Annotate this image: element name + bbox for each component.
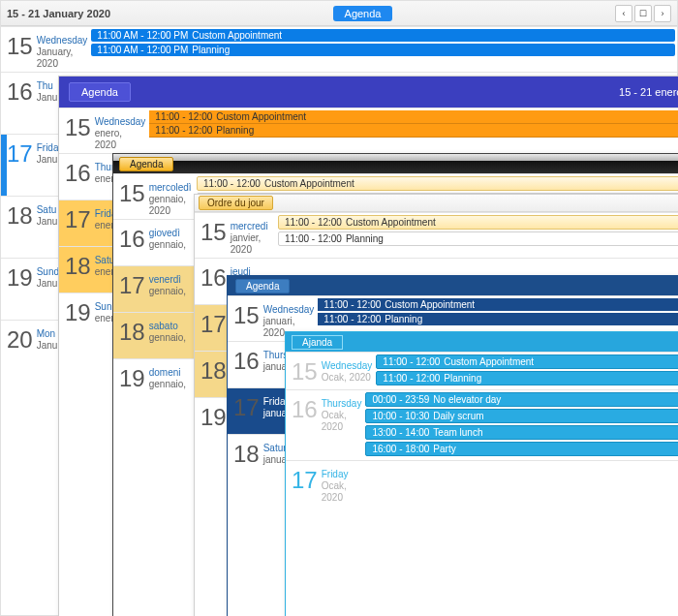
- appointment-title: Planning: [216, 125, 254, 136]
- day-number: 16: [197, 261, 231, 292]
- agenda-day-row[interactable]: 17 FridayOcak, 2020: [286, 460, 678, 522]
- date-cell: 15 WednesdayJanuary, 2020: [1, 27, 89, 72]
- weekday-label: venerdì: [149, 274, 181, 285]
- appointment-title: Planning: [192, 45, 230, 55]
- day-number: 18: [61, 249, 95, 280]
- month-label: January, 2020: [37, 46, 74, 69]
- appointment-time: 16:00 - 18:00: [372, 444, 429, 454]
- appointment-bar[interactable]: 11:00 - 12:00Custom Appointment: [197, 176, 678, 191]
- weekday-label: giovedì: [149, 228, 180, 238]
- appointment-bar[interactable]: 11:00 - 12:00Planning: [149, 124, 678, 138]
- appointment-bar[interactable]: 11:00 - 12:00Planning: [318, 313, 678, 325]
- appointment-time: 13:00 - 14:00: [372, 427, 429, 438]
- weekday-label: Wednesday: [263, 304, 315, 315]
- event-column: 11:00 - 12:00Custom Appointment11:00 - 1…: [374, 353, 678, 389]
- date-range-title: 15 - 21 enero 2020: [619, 86, 678, 98]
- appointment-bar[interactable]: 10:00 - 10:30Daily scrum: [365, 409, 678, 423]
- appointment-time: 11:00 - 12:00: [155, 125, 212, 136]
- day-number: 17: [197, 307, 231, 338]
- toolbar: Agenda 15 - 2: [113, 154, 678, 173]
- toolbar: Agenda: [228, 276, 678, 295]
- appointment-time: 11:00 AM - 12:00 PM: [97, 45, 188, 55]
- day-number: 15: [3, 29, 37, 60]
- appointment-bar[interactable]: 11:00 - 12:00Custom Appointment: [149, 110, 678, 124]
- agenda-button[interactable]: Ordre du jour: [199, 196, 273, 210]
- appointment-bar[interactable]: 11:00 AM - 12:00 PMPlanning: [91, 44, 675, 56]
- agenda-button[interactable]: Ajanda: [292, 335, 343, 350]
- weekday-label: Wednesday: [95, 116, 146, 127]
- agenda-day-row[interactable]: 15 WednesdayOcak, 2020 11:00 - 12:00Cust…: [286, 352, 678, 389]
- appointment-time: 11:00 - 12:00: [324, 299, 381, 310]
- appointment-time: 11:00 - 12:00: [155, 111, 212, 122]
- appointment-title: No elevator day: [433, 394, 501, 405]
- today-button[interactable]: ☐: [634, 5, 652, 22]
- agenda-button[interactable]: Agenda: [333, 6, 393, 21]
- appointment-title: Custom Appointment: [444, 356, 534, 367]
- event-column: [361, 461, 678, 522]
- toolbar: Ordre du jour: [195, 195, 678, 212]
- appointment-title: Party: [433, 444, 455, 454]
- agenda-button[interactable]: Agenda: [69, 82, 131, 102]
- day-number: 16: [61, 156, 95, 187]
- weekday-label: Frida: [37, 142, 59, 153]
- agenda-button[interactable]: Agenda: [235, 279, 290, 293]
- appointment-bar[interactable]: 11:00 - 12:00Custom Appointment: [376, 354, 678, 369]
- next-button[interactable]: ›: [654, 5, 671, 22]
- appointment-title: Custom Appointment: [192, 30, 282, 41]
- day-number: 17: [230, 390, 263, 421]
- date-cell: 15 mercoledìgennaio, 2020: [113, 174, 195, 219]
- day-number: 17: [3, 137, 37, 168]
- month-label: Janu: [37, 92, 58, 103]
- date-cell: 15 Wednesdayenero, 2020: [59, 108, 147, 153]
- day-number: 19: [115, 361, 149, 392]
- month-label: gennaio,: [149, 379, 186, 389]
- appointment-time: 10:00 - 10:30: [372, 411, 429, 421]
- month-label: gennaio,: [149, 239, 186, 250]
- prev-button[interactable]: ‹: [615, 5, 632, 22]
- weekday-label: Wednesday: [322, 360, 373, 371]
- month-label: gennaio,: [149, 286, 186, 296]
- weekday-label: Sun: [95, 301, 112, 312]
- appointment-title: Daily scrum: [433, 411, 483, 421]
- day-number: 19: [197, 400, 231, 431]
- month-label: Ocak, 2020: [322, 372, 371, 383]
- appointment-bar[interactable]: 11:00 - 12:00Custom Appointment: [278, 215, 678, 230]
- agenda-day-row[interactable]: 16 ThursdayOcak, 2020 00:00 - 23:59No el…: [286, 389, 678, 460]
- day-number: 19: [61, 295, 95, 326]
- appointment-bar[interactable]: 11:00 - 12:00Custom Appointment: [318, 298, 678, 311]
- event-column: 11:00 - 12:00Custom Appointment11:00 - 1…: [276, 213, 678, 258]
- appointment-time: 11:00 - 12:00: [383, 373, 440, 384]
- day-number: 19: [3, 261, 37, 292]
- appointment-bar[interactable]: 11:00 - 12:00Planning: [376, 371, 678, 385]
- month-label: enero, 2020: [95, 128, 122, 150]
- day-number: 17: [61, 202, 95, 233]
- agenda-day-row[interactable]: 15 mercredijanvier, 2020 11:00 - 12:00Cu…: [195, 212, 678, 258]
- appointment-title: Planning: [444, 373, 481, 384]
- agenda-day-row[interactable]: 15 WednesdayJanuary, 2020 11:00 AM - 12:…: [1, 26, 677, 72]
- appointment-bar[interactable]: 00:00 - 23:59No elevator day: [365, 392, 678, 407]
- day-number: 20: [3, 323, 37, 354]
- month-label: gennaio, 2020: [149, 194, 186, 216]
- appointment-bar[interactable]: 11:00 AM - 12:00 PMCustom Appointment: [91, 29, 675, 42]
- appointment-time: 00:00 - 23:59: [372, 394, 429, 405]
- date-cell: 15 mercredijanvier, 2020: [195, 213, 276, 258]
- appointment-bar[interactable]: 13:00 - 14:00Team lunch: [365, 425, 678, 440]
- weekday-label: Wednesday: [37, 35, 88, 46]
- date-cell: 17 venerdìgennaio,: [113, 266, 195, 312]
- day-number: 15: [288, 354, 322, 385]
- day-number: 18: [197, 354, 231, 385]
- agenda-button[interactable]: Agenda: [119, 157, 173, 171]
- appointment-bar[interactable]: 11:00 - 12:00Planning: [278, 231, 678, 246]
- appointment-title: Custom Appointment: [346, 217, 436, 228]
- month-label: Ocak, 2020: [322, 410, 347, 432]
- appointment-title: Planning: [346, 233, 384, 244]
- event-column: 11:00 - 12:00Custom Appointment11:00 - 1…: [147, 108, 678, 153]
- weekday-label: sabato: [149, 321, 178, 331]
- appointment-title: Custom Appointment: [385, 299, 475, 310]
- date-cell: 17 FridayOcak, 2020: [286, 461, 361, 522]
- agenda-day-row[interactable]: 15 Wednesdayenero, 2020 11:00 - 12:00Cus…: [59, 108, 678, 153]
- weekday-label: Satu: [37, 204, 57, 215]
- appointment-bar[interactable]: 16:00 - 18:00Party: [365, 442, 678, 456]
- month-label: Janu: [37, 278, 58, 289]
- appointment-time: 11:00 AM - 12:00 PM: [97, 30, 188, 41]
